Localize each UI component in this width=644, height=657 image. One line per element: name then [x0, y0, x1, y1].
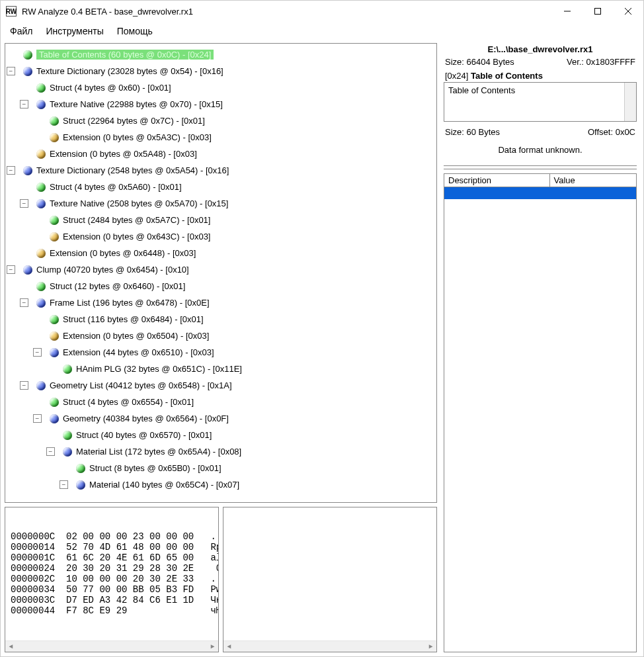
tree-row[interactable]: Struct (22964 bytes @ 0x7C) - [0x01] [7, 112, 435, 129]
tree-expander-blank [33, 232, 42, 241]
node-label: Material List (172 bytes @ 0x65A4) - [0x… [76, 447, 241, 457]
tree-expander-blank [60, 464, 68, 472]
file-size: Size: 66404 Bytes [445, 57, 514, 67]
node-icon-blue [36, 100, 46, 109]
section-size: Size: 60 Bytes [445, 127, 500, 137]
node-label: Texture Native (2508 bytes @ 0x5A70) - [… [50, 198, 228, 208]
tree-row[interactable]: −Geometry (40384 bytes @ 0x6564) - [0x0F… [7, 410, 435, 427]
tree-row[interactable]: Struct (116 bytes @ 0x6484) - [0x01] [7, 311, 435, 328]
tree-row[interactable]: Table of Contents (60 bytes @ 0x0C) - [0… [7, 46, 435, 63]
collapse-icon[interactable]: − [7, 265, 15, 274]
hex-scrollbar-2[interactable]: ◄ ► [223, 640, 436, 652]
section-offset: Offset: 0x0C [588, 127, 635, 137]
section-name-box[interactable]: Table of Contents [444, 82, 637, 122]
node-icon-gold [50, 133, 59, 142]
node-label: Struct (4 bytes @ 0x5A60) - [0x01] [50, 182, 182, 192]
collapse-icon[interactable]: − [20, 381, 28, 390]
tree-row[interactable]: Struct (4 bytes @ 0x60) - [0x01] [7, 79, 435, 96]
node-label: Struct (2484 bytes @ 0x5A7C) - [0x01] [63, 215, 210, 225]
tree-row[interactable]: Struct (4 bytes @ 0x5A60) - [0x01] [7, 179, 435, 195]
node-icon-gold [36, 249, 46, 258]
tree-row[interactable]: Struct (40 bytes @ 0x6570) - [0x01] [7, 427, 435, 443]
panel-divider [444, 165, 637, 169]
scroll-right-icon[interactable]: ► [207, 641, 218, 652]
tree-row[interactable]: −Texture Dictionary (2548 bytes @ 0x5A54… [7, 162, 435, 179]
svg-rect-1 [595, 9, 601, 15]
window-title: RW Analyze 0.4 BETA - base_dwrevolver.rx… [22, 7, 552, 17]
collapse-icon[interactable]: − [20, 100, 28, 109]
node-label: Geometry (40384 bytes @ 0x6564) - [0x0F] [63, 414, 229, 423]
app-icon: RW [6, 6, 17, 17]
node-label: Struct (116 bytes @ 0x6484) - [0x01] [63, 314, 204, 324]
col-value[interactable]: Value [550, 174, 637, 187]
node-icon-green [50, 398, 59, 407]
file-path: E:\...\base_dwrevolver.rx1 [441, 43, 639, 56]
node-icon-blue [50, 348, 59, 357]
tree-row[interactable]: Struct (8 bytes @ 0x65B0) - [0x01] [7, 460, 435, 476]
tree-row[interactable]: Struct (12 bytes @ 0x6460) - [0x01] [7, 278, 435, 294]
tree-row[interactable]: −Clump (40720 bytes @ 0x6454) - [0x10] [7, 261, 435, 278]
tree-row[interactable]: −Material List (172 bytes @ 0x65A4) - [0… [7, 443, 435, 460]
file-version: Ver.: 0x1803FFFF [567, 57, 635, 67]
collapse-icon[interactable]: − [60, 480, 68, 489]
collapse-icon[interactable]: − [7, 67, 15, 75]
tree-row[interactable]: −Material (140 bytes @ 0x65C4) - [0x07] [7, 476, 435, 493]
tree-row[interactable]: −Frame List (196 bytes @ 0x6478) - [0x0E… [7, 294, 435, 311]
menu-help[interactable]: Помощь [117, 26, 153, 36]
section-name: Table of Contents [471, 71, 543, 81]
table-selected-row[interactable] [444, 187, 636, 199]
node-icon-green [50, 315, 59, 324]
node-label: Extension (0 bytes @ 0x6448) - [0x03] [50, 248, 196, 258]
close-button[interactable] [613, 1, 643, 22]
node-icon-blue [23, 265, 32, 275]
minimize-button[interactable] [552, 1, 583, 22]
tree-expander-blank [46, 431, 55, 439]
node-label: Texture Dictionary (23028 bytes @ 0x54) … [36, 66, 223, 76]
tree-row[interactable]: −Texture Native (22988 bytes @ 0x70) - [… [7, 96, 435, 112]
collapse-icon[interactable]: − [20, 199, 28, 208]
node-label: Struct (4 bytes @ 0x60) - [0x01] [50, 83, 171, 93]
properties-table[interactable]: Description Value [444, 173, 637, 652]
node-label: Texture Dictionary (2548 bytes @ 0x5A54)… [36, 165, 229, 175]
node-label: Extension (0 bytes @ 0x5A48) - [0x03] [50, 149, 197, 159]
hex-scrollbar[interactable]: ◄ ► [5, 640, 218, 652]
tree-row[interactable]: HAnim PLG (32 bytes @ 0x651C) - [0x11E] [7, 361, 435, 377]
tree-expander-blank [33, 133, 42, 142]
scroll-left-icon[interactable]: ◄ [223, 641, 235, 652]
tree-row[interactable]: Extension (0 bytes @ 0x6448) - [0x03] [7, 245, 435, 261]
tree-view[interactable]: Table of Contents (60 bytes @ 0x0C) - [0… [5, 44, 436, 502]
node-label: Struct (22964 bytes @ 0x7C) - [0x01] [63, 116, 205, 126]
tree-row[interactable]: Struct (4 bytes @ 0x6554) - [0x01] [7, 394, 435, 410]
tree-row[interactable]: −Geometry List (40412 bytes @ 0x6548) - … [7, 377, 435, 394]
node-label: HAnim PLG (32 bytes @ 0x651C) - [0x11E] [76, 364, 242, 374]
collapse-icon[interactable]: − [33, 348, 42, 357]
node-icon-green [36, 183, 46, 192]
collapse-icon[interactable]: − [20, 298, 28, 307]
tree-row[interactable]: −Texture Native (2508 bytes @ 0x5A70) - … [7, 195, 435, 212]
collapse-icon[interactable]: − [46, 447, 55, 456]
tree-row[interactable]: Extension (0 bytes @ 0x5A48) - [0x03] [7, 146, 435, 162]
maximize-button[interactable] [583, 1, 613, 22]
tree-row[interactable]: −Texture Dictionary (23028 bytes @ 0x54)… [7, 63, 435, 79]
node-label: Extension (0 bytes @ 0x6504) - [0x03] [63, 331, 209, 341]
hex-view-secondary[interactable]: ◄ ► [223, 507, 437, 652]
tree-row[interactable]: Extension (0 bytes @ 0x6504) - [0x03] [7, 328, 435, 344]
scroll-left-icon[interactable]: ◄ [5, 641, 17, 652]
col-description[interactable]: Description [444, 174, 550, 187]
node-icon-green [76, 464, 85, 473]
table-header: Description Value [444, 174, 636, 187]
tree-row[interactable]: −Extension (44 bytes @ 0x6510) - [0x03] [7, 344, 435, 361]
scroll-right-icon[interactable]: ► [425, 641, 436, 652]
menu-file[interactable]: Файл [10, 26, 32, 36]
node-icon-blue [63, 447, 72, 457]
content-area: Table of Contents (60 bytes @ 0x0C) - [0… [1, 43, 643, 656]
tree-row[interactable]: Extension (0 bytes @ 0x643C) - [0x03] [7, 228, 435, 245]
tree-row[interactable]: Struct (2484 bytes @ 0x5A7C) - [0x01] [7, 212, 435, 228]
hex-view[interactable]: 0000000C 02 00 00 00 23 00 00 00 ....#..… [5, 507, 219, 652]
collapse-icon[interactable]: − [33, 414, 42, 423]
menu-tools[interactable]: Инструменты [46, 26, 103, 36]
collapse-icon[interactable]: − [7, 166, 15, 175]
node-icon-green [36, 83, 46, 93]
node-icon-blue [36, 381, 46, 390]
tree-row[interactable]: Extension (0 bytes @ 0x5A3C) - [0x03] [7, 129, 435, 146]
